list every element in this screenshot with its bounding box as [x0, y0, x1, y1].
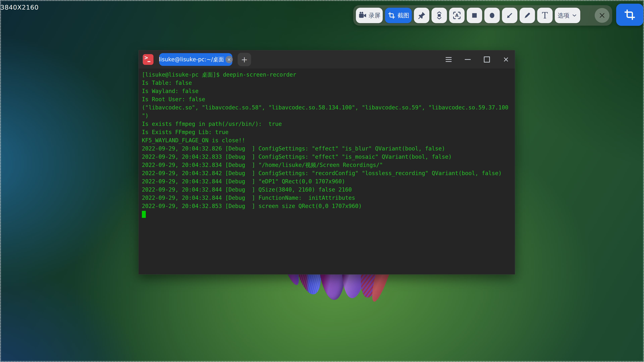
terminal-tab-title: lisuke@lisuke-pc:~/桌面	[159, 56, 224, 63]
menu-button[interactable]	[445, 56, 452, 63]
close-icon	[598, 12, 606, 19]
terminal-line: 2022-09-29, 20:04:32.853 [Debug ] screen…	[142, 202, 512, 210]
new-tab-button[interactable]: +	[238, 53, 251, 66]
tab-close-button[interactable]: ×	[226, 56, 233, 63]
window-controls	[445, 50, 510, 69]
close-icon	[503, 56, 509, 63]
minimize-icon	[465, 59, 471, 60]
terminal-line: Is Table: false	[142, 79, 512, 87]
arrow-tool-button[interactable]	[502, 8, 518, 23]
ocr-letter: A	[455, 13, 458, 18]
ellipse-icon	[488, 11, 496, 19]
terminal-tab[interactable]: lisuke@lisuke-pc:~/桌面 ×	[159, 53, 232, 66]
rectangle-icon	[470, 11, 479, 19]
capture-toolbar: 录屏 截图 A	[353, 5, 612, 26]
text-icon: T	[542, 10, 548, 20]
terminal-line: ("libavcodec.so", "libavcodec.so.58", "l…	[142, 103, 512, 112]
selection-dimension-label: 3840X2160	[0, 4, 38, 11]
pin-tool-button[interactable]	[414, 8, 429, 23]
terminal-line: Is exists ffmpeg in path(/usr/bin/): tru…	[142, 120, 512, 128]
terminal-output[interactable]: [lisuke@lisuke-pc 桌面]$ deepin-screen-rec…	[138, 69, 515, 273]
ocr-icon: A	[452, 11, 461, 20]
terminal-line: 2022-09-29, 20:04:32.842 [Debug ] Config…	[142, 169, 512, 177]
terminal-line: 2022-09-29, 20:04:32.826 [Debug ] Config…	[142, 144, 512, 153]
ocr-tool-button[interactable]: A	[449, 8, 464, 23]
terminal-cursor	[142, 211, 146, 218]
terminal-app-icon: >	[143, 54, 154, 65]
window-close-button[interactable]	[502, 56, 510, 63]
menu-icon	[446, 57, 452, 62]
terminal-line: Is Root User: false	[142, 95, 512, 103]
ellipse-tool-button[interactable]	[484, 8, 500, 23]
text-tool-button[interactable]: T	[537, 8, 552, 23]
pushpin-icon	[418, 11, 426, 19]
terminal-line: 2022-09-29, 20:04:32.844 [Debug ] Functi…	[142, 194, 512, 202]
maximize-button[interactable]	[483, 56, 491, 63]
record-screen-label: 录屏	[368, 11, 380, 19]
terminal-icon-glyph: >	[144, 54, 148, 61]
terminal-line: 2022-09-29, 20:04:32.834 [Debug ] "/home…	[142, 161, 512, 169]
options-label: 选项	[558, 11, 569, 19]
maximize-icon	[484, 56, 490, 62]
terminal-window: > lisuke@lisuke-pc:~/桌面 × + [lisuke@lisu…	[138, 50, 515, 275]
confirm-capture-button[interactable]	[616, 4, 643, 26]
record-screen-button[interactable]: 录屏	[356, 8, 383, 23]
terminal-line: KF5_WAYLAND_FLAGE_ON is close!!	[142, 136, 512, 144]
rectangle-tool-button[interactable]	[467, 8, 482, 23]
video-camera-icon	[358, 11, 367, 20]
terminal-line: Is Exists FFmpeg Lib: true	[142, 128, 512, 136]
terminal-titlebar[interactable]: > lisuke@lisuke-pc:~/桌面 × +	[138, 50, 515, 69]
crop-icon	[623, 8, 636, 21]
arrow-icon	[506, 11, 514, 19]
terminal-line: ")	[142, 112, 512, 120]
cancel-capture-button[interactable]	[595, 8, 610, 23]
screenshot-label: 截图	[398, 11, 409, 19]
minimize-button[interactable]	[464, 56, 472, 63]
pen-icon	[523, 11, 532, 19]
terminal-line: Is Wayland: false	[142, 87, 512, 95]
terminal-icon-underscore	[148, 61, 150, 62]
scroll-capture-icon	[435, 11, 444, 20]
options-button[interactable]: 选项	[555, 8, 580, 23]
chevron-down-icon	[572, 12, 578, 18]
screenshot-button[interactable]: 截图	[385, 8, 412, 23]
terminal-line: 2022-09-29, 20:04:32.833 [Debug ] Config…	[142, 153, 512, 161]
terminal-line: 2022-09-29, 20:04:32.844 [Debug ] "eDP1"…	[142, 177, 512, 186]
pen-tool-button[interactable]	[520, 8, 535, 23]
crop-icon	[388, 11, 396, 19]
terminal-line: [lisuke@lisuke-pc 桌面]$ deepin-screen-rec…	[142, 70, 512, 79]
terminal-line: 2022-09-29, 20:04:32.844 [Debug ] QSize(…	[142, 186, 512, 194]
scroll-capture-tool-button[interactable]	[432, 8, 447, 23]
